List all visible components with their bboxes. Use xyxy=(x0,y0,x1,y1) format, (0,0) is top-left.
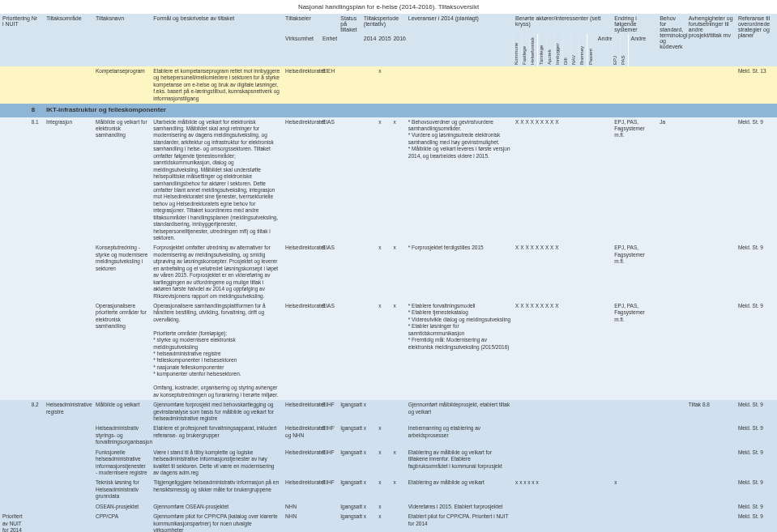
cell-formaal: Utarbeide målbilde og veikart for elektr… xyxy=(151,117,283,244)
section-title: IKT-infrastruktur og felleskomponenter xyxy=(44,104,777,117)
cell-lever: Etablering av målbilde og veikart xyxy=(406,478,513,501)
cell-ref: Meld. St. 9 xyxy=(736,502,777,512)
th-nav: NAV xyxy=(570,34,578,66)
cell-2016: x xyxy=(391,243,405,301)
cell-omrade xyxy=(44,66,93,104)
th-behov: Behov for standard, terminologi og kodev… xyxy=(657,14,686,66)
cell-behov: Ja xyxy=(657,117,686,244)
cell-2016: x xyxy=(391,117,405,244)
cell-marks xyxy=(513,423,612,447)
cell-enhet xyxy=(320,502,338,512)
cell-eier: Helsedirektoratet xyxy=(283,400,320,423)
cell-behov xyxy=(657,66,686,104)
cell-eier: Helsedirektoratet xyxy=(283,243,320,301)
th-helseforetak: Helseforetak xyxy=(529,34,537,66)
table-row: Operasjonalisere prioriterte områder for… xyxy=(0,301,777,400)
th-endring: Endring i følgende systemer xyxy=(612,14,657,34)
th-apotek: Apotek xyxy=(546,34,554,66)
cell-ref: Meld. St. 9 xyxy=(736,400,777,423)
cell-lever: Etablering av målbilde og veikart for ti… xyxy=(406,448,513,479)
cell-navn: Teknisk løsning for Helseadministrativ g… xyxy=(93,478,151,501)
cell-avh xyxy=(686,478,736,501)
cell-2016 xyxy=(391,502,405,512)
cell-enhet: EIHF xyxy=(320,448,338,479)
th-leveranser: Leveranser i 2014 (planlagt) xyxy=(406,14,513,66)
cell-ref: Meld. St. 13 xyxy=(736,66,777,104)
cell-enhet xyxy=(320,512,338,532)
cell-marks xyxy=(513,66,612,104)
cell-avh xyxy=(686,301,736,400)
cell-navn: Målbilde og veikart xyxy=(93,400,151,423)
page-title: Nasjonal handlingsplan for e-helse (2014… xyxy=(0,0,777,14)
cell-navn: Konseptutredning - styrke og modernisere… xyxy=(93,243,151,301)
th-2014: 2014 xyxy=(361,34,376,66)
section-nr: 8 xyxy=(29,104,44,117)
cell-enhet: EIAS xyxy=(320,301,338,400)
th-avhengigheter: Avhengigheter og forutsetninger til andr… xyxy=(686,14,736,66)
th-fastlege: Fastlege xyxy=(521,34,529,66)
cell-ref: Meld. St. 9 xyxy=(736,512,777,532)
cell-marks xyxy=(513,502,612,512)
cell-lever: * Behovsoverdner og gevinstvurdere samha… xyxy=(406,117,513,244)
cell-formaal: Gjennomføre forprosjekt med behovskartle… xyxy=(151,400,283,423)
cell-omrade xyxy=(44,423,93,447)
cell-2014: x xyxy=(361,512,376,532)
cell-2014 xyxy=(361,301,376,400)
cell-avh xyxy=(686,243,736,301)
cell-nr: 8.2 xyxy=(29,400,44,423)
table-body: KompetanseprogramEtablere et kompetansep… xyxy=(0,66,777,532)
th-status: Status på tiltaket xyxy=(338,14,361,66)
th-pasient: Pasient xyxy=(587,34,596,66)
cell-navn: OSEAN-prosjektet xyxy=(93,502,151,512)
th-bronnoy: Brønnøy xyxy=(578,34,587,66)
cell-formaal: Være i stand til å tilby komplette og lo… xyxy=(151,448,283,479)
th-2016: 2016 xyxy=(391,34,405,66)
cell-2014 xyxy=(361,117,376,244)
cell-prio xyxy=(0,117,29,244)
cell-marks: x x x x x x xyxy=(513,478,612,501)
cell-marks: X X X X X X X X X xyxy=(513,301,612,400)
cell-eier: Helsedirektoratet xyxy=(283,66,320,104)
cell-navn: Funksjonelle helseadministrative informa… xyxy=(93,448,151,479)
cell-omrade: Integrasjon xyxy=(44,117,93,244)
cell-navn: Operasjonalisere prioriterte områder for… xyxy=(93,301,151,400)
th-referanse: Referanse til overordnede strategier og … xyxy=(736,14,777,66)
th-prioritering: Prioritering i NUIT xyxy=(0,14,29,66)
table-row: Teknisk løsning for Helseadministrativ g… xyxy=(0,478,777,501)
th-difi: Difi xyxy=(562,34,570,66)
cell-2015: x xyxy=(376,301,391,400)
cell-formaal: Gjennomføre pilot for CPP/CPA (katalog o… xyxy=(151,512,283,532)
cell-behov xyxy=(657,502,686,512)
cell-eier: Helsedirektoratet xyxy=(283,301,320,400)
cell-prio xyxy=(0,66,29,104)
cell-marks: X X X X X X X X X xyxy=(513,117,612,244)
cell-2015: x xyxy=(376,512,391,532)
th-berorte: Berørte aktører/interessenter (sett krys… xyxy=(513,14,612,34)
cell-omrade xyxy=(44,243,93,301)
table-row: KompetanseprogramEtablere et kompetansep… xyxy=(0,66,777,104)
th-virksomhet: Virksomhet xyxy=(283,34,320,66)
cell-2015: x xyxy=(376,243,391,301)
cell-omrade xyxy=(44,448,93,479)
cell-avh xyxy=(686,117,736,244)
cell-2014: x xyxy=(361,400,376,423)
cell-status: Igangsatt xyxy=(338,448,361,479)
cell-2016 xyxy=(391,400,405,423)
th-kommune: Kommune xyxy=(513,34,521,66)
cell-formaal: Gjennomføre OSEAN-prosjektet xyxy=(151,502,283,512)
cell-avh xyxy=(686,66,736,104)
cell-enhet: EIHF xyxy=(320,400,338,423)
table-row: 8.1IntegrasjonMålbilde og veikart for el… xyxy=(0,117,777,244)
cell-2014 xyxy=(361,66,376,104)
th-tannlege: Tannlege xyxy=(538,34,546,66)
cell-nr: 8.1 xyxy=(29,117,44,244)
cell-avh xyxy=(686,423,736,447)
cell-2015 xyxy=(376,400,391,423)
table-row: Konseptutredning - styrke og modernisere… xyxy=(0,243,777,301)
cell-avh: Tiltak 8.8 xyxy=(686,400,736,423)
cell-nr xyxy=(29,448,44,479)
cell-avh xyxy=(686,448,736,479)
cell-status xyxy=(338,243,361,301)
cell-omrade xyxy=(44,478,93,501)
cell-eier: NHN xyxy=(283,502,320,512)
